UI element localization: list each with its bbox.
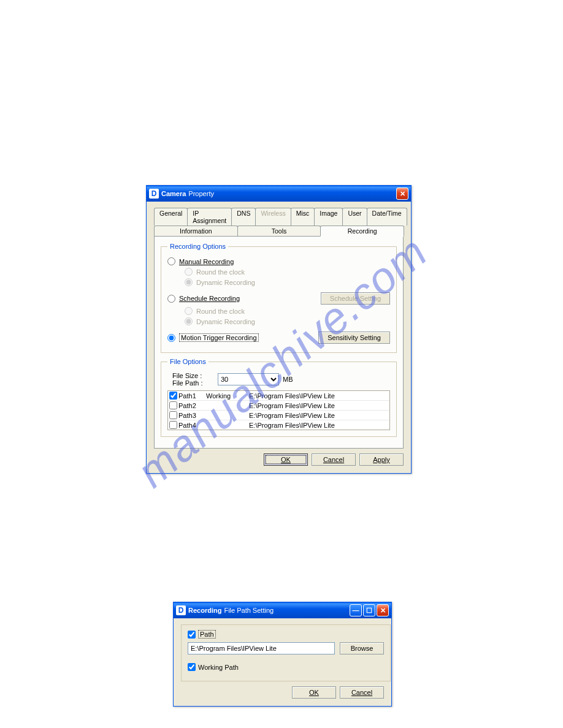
tab-information[interactable]: Information — [154, 226, 238, 236]
sensitivity-setting-button[interactable]: Sensitivity Setting — [318, 332, 390, 344]
close-icon[interactable]: ✕ — [377, 604, 389, 616]
path3-path: E:\Program Files\IPView Lite — [249, 412, 388, 419]
file-options-fieldset: File Options File Size : File Path : 30 … — [161, 358, 397, 437]
tab-recording[interactable]: Recording — [320, 226, 404, 237]
titlebar[interactable]: D Recording File Path Setting — ☐ ✕ — [174, 602, 391, 618]
path1-status: Working — [206, 392, 249, 400]
path1-checkbox[interactable] — [169, 392, 177, 400]
schedule-setting-button: Schedule Setting — [321, 292, 390, 305]
path2-checkbox[interactable] — [169, 401, 177, 409]
title-strong: Camera — [161, 190, 186, 197]
path2-path: E:\Program Files\IPView Lite — [249, 402, 388, 409]
path4-name: Path4 — [178, 422, 196, 429]
working-path-label: Working Path — [198, 664, 239, 671]
tabpanel-recording: Recording Options Manual Recording Round… — [154, 236, 404, 449]
ok-button[interactable]: OK — [292, 686, 336, 699]
manual-dynamic-radio — [185, 278, 193, 286]
tab-image[interactable]: Image — [314, 208, 343, 226]
recording-options-legend: Recording Options — [167, 243, 228, 250]
path2-name: Path2 — [178, 402, 196, 409]
tab-general[interactable]: General — [154, 208, 188, 226]
manual-recording-radio[interactable] — [167, 257, 175, 265]
schedule-dynamic-radio — [185, 317, 193, 325]
file-size-label: File Size : — [172, 372, 214, 379]
schedule-recording-radio[interactable] — [167, 295, 175, 303]
path4-checkbox[interactable] — [169, 421, 177, 429]
manual-dynamic-label: Dynamic Recording — [196, 279, 255, 286]
motion-trigger-radio[interactable] — [167, 334, 175, 342]
ok-button[interactable]: OK — [264, 453, 308, 466]
schedule-dynamic-label: Dynamic Recording — [196, 318, 255, 325]
cancel-button[interactable]: Cancel — [312, 453, 356, 466]
path-input[interactable] — [188, 642, 335, 654]
file-path-label: File Path : — [172, 379, 214, 387]
camera-property-window: D Camera Property ✕ General IP Assignmen… — [146, 185, 412, 474]
path-checkbox[interactable] — [188, 631, 196, 639]
app-icon: D — [176, 605, 186, 615]
title-strong: Recording — [188, 607, 221, 614]
table-row[interactable]: Path1 Working E:\Program Files\IPView Li… — [168, 391, 389, 401]
tab-ip-assignment[interactable]: IP Assignment — [187, 208, 232, 226]
schedule-round-radio — [185, 307, 193, 315]
tab-dns[interactable]: DNS — [231, 208, 256, 226]
working-path-checkbox[interactable] — [188, 663, 196, 671]
tab-date-time[interactable]: Date/Time — [367, 208, 407, 226]
title-rest: File Path Setting — [224, 607, 274, 614]
minimize-icon[interactable]: — — [350, 604, 362, 616]
manual-recording-label: Manual Recording — [179, 258, 234, 265]
table-row[interactable]: Path3 E:\Program Files\IPView Lite — [168, 411, 389, 420]
title-rest: Property — [188, 190, 214, 197]
table-row[interactable]: Path4 E:\Program Files\IPView Lite — [168, 420, 389, 430]
maximize-icon[interactable]: ☐ — [363, 604, 375, 616]
app-icon: D — [149, 189, 159, 199]
table-row[interactable]: Path2 E:\Program Files\IPView Lite — [168, 401, 389, 411]
path3-checkbox[interactable] — [169, 411, 177, 419]
tabs-row1: General IP Assignment DNS Wireless Misc … — [154, 208, 404, 226]
path4-path: E:\Program Files\IPView Lite — [249, 422, 388, 429]
mb-label: MB — [283, 376, 293, 383]
apply-button[interactable]: Apply — [359, 453, 404, 466]
tab-wireless[interactable]: Wireless — [255, 208, 291, 226]
file-options-legend: File Options — [167, 358, 209, 365]
manual-round-label: Round the clock — [196, 268, 245, 276]
path-fieldset: Path Browse Working Path — [181, 624, 391, 681]
path-checkbox-label: Path — [200, 631, 214, 638]
manual-round-radio — [185, 268, 193, 276]
tab-tools[interactable]: Tools — [237, 226, 321, 236]
path3-name: Path3 — [178, 412, 196, 419]
path1-name: Path1 — [178, 392, 196, 400]
titlebar[interactable]: D Camera Property ✕ — [147, 186, 411, 202]
tabs-row2: Information Tools Recording — [154, 226, 404, 236]
tab-misc[interactable]: Misc — [291, 208, 315, 226]
cancel-button[interactable]: Cancel — [340, 686, 384, 699]
file-size-select[interactable]: 30 — [218, 373, 279, 385]
file-path-table: Path1 Working E:\Program Files\IPView Li… — [167, 390, 390, 430]
browse-button[interactable]: Browse — [340, 642, 384, 654]
recording-file-path-window: D Recording File Path Setting — ☐ ✕ Path… — [173, 602, 392, 707]
path1-path: E:\Program Files\IPView Lite — [249, 392, 388, 400]
recording-options-fieldset: Recording Options Manual Recording Round… — [161, 243, 397, 353]
motion-trigger-label: Motion Trigger Recording — [181, 334, 257, 341]
close-icon[interactable]: ✕ — [396, 188, 408, 200]
schedule-recording-label: Schedule Recording — [179, 295, 240, 302]
tab-user[interactable]: User — [342, 208, 367, 226]
schedule-round-label: Round the clock — [196, 308, 245, 315]
